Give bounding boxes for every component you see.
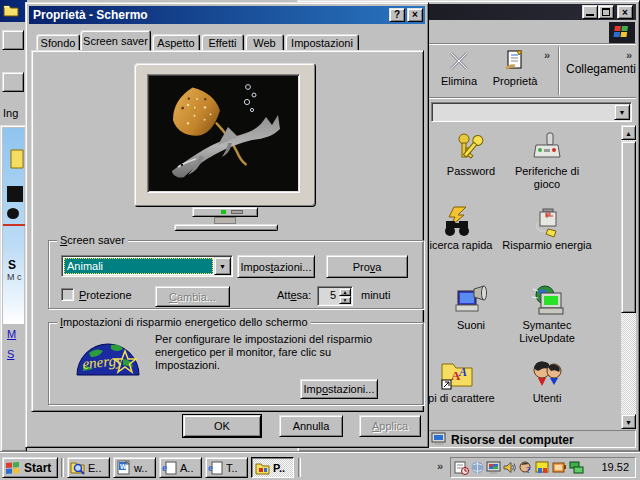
background-webpage-window: S M c M S [0, 125, 27, 452]
cp-item-power-management[interactable]: Risparmio energia [502, 205, 592, 252]
spinner-down-button[interactable]: ▼ [339, 296, 351, 304]
resource-meter-tray-icon[interactable] [535, 460, 550, 475]
scrollbar-thumb[interactable] [621, 141, 636, 313]
task-label: A.. [180, 462, 193, 474]
tab-page: Screen saver Animali ▼ Impostazioni... P… [31, 50, 424, 412]
toolbar-overflow-chevron[interactable]: » [544, 49, 550, 61]
task-button-word[interactable]: W w.. [113, 457, 156, 478]
volume-tray-icon[interactable] [502, 460, 517, 475]
tab-aspetto[interactable]: Aspetto [152, 34, 200, 51]
svg-text:e: e [208, 461, 213, 473]
tray-clock[interactable]: 19.52 [601, 461, 629, 473]
task-label: w.. [134, 462, 147, 474]
my-computer-icon [431, 432, 447, 446]
wait-spinner[interactable]: 5 ▲ ▼ [317, 286, 353, 306]
cp-item-label: Risparmio energia [502, 239, 592, 252]
chevron-down-icon: ▼ [619, 109, 626, 116]
cp-item-label: Utenti [502, 392, 592, 405]
task-button-ie-1[interactable]: e A.. [159, 457, 202, 478]
globe-tray-icon[interactable] [470, 460, 485, 475]
energy-group-label: IImpostazioni di risparmio energetico de… [57, 316, 311, 328]
protection-checkbox[interactable] [61, 288, 74, 301]
links-overflow-chevron[interactable]: » [626, 49, 632, 61]
ie-document-icon: e [162, 460, 178, 475]
monitor-front-panel [192, 207, 258, 217]
close-button[interactable]: × [407, 8, 423, 22]
links-toolbar[interactable]: Collegamenti » [562, 47, 635, 95]
task-label: P.. [273, 462, 285, 474]
combobox-value: Animali [64, 258, 213, 274]
screensaver-test-button[interactable]: Prova [326, 255, 408, 278]
restore-button[interactable] [598, 5, 614, 19]
properties-toolbar-label: Proprietà [487, 75, 543, 87]
page-link-1[interactable]: M [7, 328, 16, 340]
display-settings-tray-icon[interactable] [486, 460, 501, 475]
wait-unit-label: minuti [361, 289, 390, 301]
screensaver-settings-button[interactable]: Impostazioni... [237, 255, 315, 278]
svg-text:?: ? [526, 465, 531, 475]
help-button[interactable]: ? [389, 8, 405, 22]
task-label: T.. [226, 462, 238, 474]
taskbar: Start E.. W w.. e A.. e T.. P.. e » ? 19… [0, 452, 640, 480]
tab-screen-saver[interactable]: Screen saver [80, 30, 151, 51]
gamepad-icon [530, 131, 564, 165]
task-label: E.. [88, 462, 101, 474]
window-close-button[interactable]: × [617, 5, 633, 19]
scheduler-tray-icon[interactable] [454, 460, 469, 475]
tab-impostazioni[interactable]: Impostazioni [285, 34, 359, 51]
combobox-dropdown-button[interactable]: ▼ [214, 257, 231, 275]
delete-toolbar-label: Elimina [433, 75, 485, 87]
scroll-down-button[interactable]: ▼ [621, 414, 636, 429]
screensaver-groupbox: Screen saver Animali ▼ Impostazioni... P… [48, 240, 424, 309]
wait-label: Attesa: [277, 289, 311, 301]
start-button[interactable]: Start [2, 457, 58, 478]
cp-item-game-controllers[interactable]: Periferiche di gioco [502, 131, 592, 191]
tab-sfondo[interactable]: Sfondo [36, 34, 80, 51]
address-dropdown-button[interactable]: ▼ [614, 104, 630, 120]
page-link-2[interactable]: S [7, 348, 14, 360]
properties-toolbar-button[interactable]: Proprietà [487, 47, 543, 95]
task-button-control-panel-active[interactable]: P.. [251, 457, 294, 478]
users-icon [530, 358, 564, 392]
spinner-up-button[interactable]: ▲ [339, 288, 351, 296]
vertical-scrollbar[interactable]: ▲ ▼ [621, 125, 636, 429]
energy-settings-button[interactable]: Impostazioni... [300, 379, 378, 399]
tab-effetti[interactable]: Effetti [201, 34, 244, 51]
network-tray-icon[interactable] [569, 460, 584, 475]
cp-item-label: Symantec LiveUpdate [499, 319, 595, 345]
cp-item-label: Periferiche di gioco [502, 165, 592, 191]
delete-x-icon [447, 49, 471, 73]
monitor-preview [134, 63, 316, 231]
power-led [221, 210, 226, 214]
dialog-titlebar[interactable]: Proprietà - Schermo ? × [29, 6, 425, 24]
links-toolbar-label: Collegamenti [566, 62, 636, 76]
energy-groupbox: IImpostazioni di risparmio energetico de… [48, 322, 424, 405]
preview-screen [147, 74, 300, 193]
search-folder-icon [70, 460, 86, 475]
taskbar-overflow-chevron[interactable]: » [437, 460, 443, 472]
task-button-ie-2[interactable]: e T.. [205, 457, 248, 478]
tab-web[interactable]: Web [245, 34, 284, 51]
minimize-button[interactable] [582, 5, 598, 19]
cp-item-liveupdate[interactable]: Symantec LiveUpdate [499, 285, 595, 345]
power-tray-icon[interactable] [552, 460, 567, 475]
cp-item-users[interactable]: Utenti [502, 358, 592, 405]
scroll-up-button[interactable]: ▲ [621, 125, 636, 140]
start-label: Start [24, 461, 51, 475]
help-icon: ? [394, 9, 400, 20]
screensaver-combobox[interactable]: Animali ▼ [61, 255, 233, 277]
delete-toolbar-button[interactable]: Elimina [433, 47, 485, 95]
speech-tray-icon[interactable]: ? [518, 460, 533, 475]
page-divider [3, 224, 25, 226]
control-panel-folder-icon [255, 461, 271, 476]
page-text: M c [7, 272, 27, 282]
cancel-button[interactable]: Annulla [279, 415, 343, 437]
wait-value: 5 [330, 289, 336, 301]
apply-button[interactable]: Applica [359, 415, 421, 437]
task-button-find[interactable]: E.. [67, 457, 110, 478]
address-combobox[interactable]: ▼ [431, 102, 632, 122]
ok-button[interactable]: OK [183, 415, 261, 437]
change-button[interactable]: Cambia... [155, 286, 230, 307]
background-toolbar-label: Ing [3, 107, 18, 119]
minimize-icon [586, 14, 594, 16]
